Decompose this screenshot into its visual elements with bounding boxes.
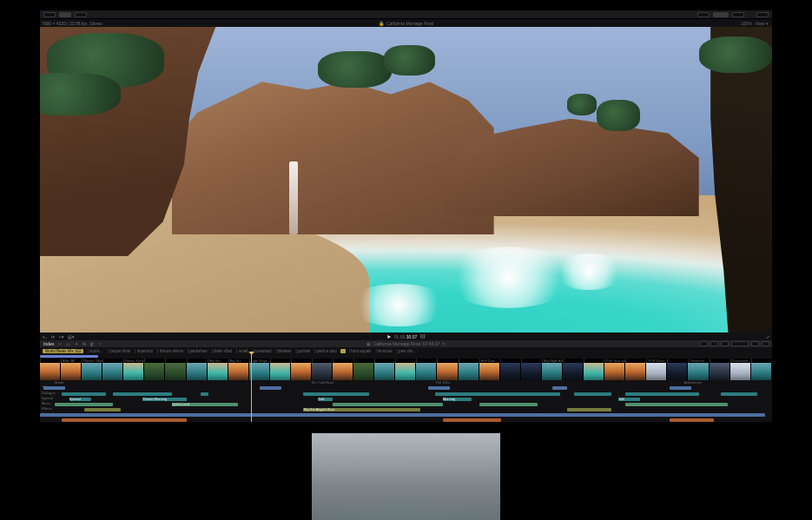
audio-clip[interactable]: Theme Morning bbox=[142, 398, 187, 401]
audio-clip[interactable] bbox=[574, 392, 611, 396]
audio-clip[interactable] bbox=[113, 392, 171, 396]
color-button[interactable]: ▤▾ bbox=[68, 334, 75, 339]
audio-clip[interactable] bbox=[260, 386, 281, 390]
video-clip-thumbnail[interactable] bbox=[228, 363, 249, 380]
video-clip-thumbnail[interactable] bbox=[730, 363, 751, 380]
audio-clip[interactable] bbox=[479, 403, 538, 406]
skimming-button[interactable] bbox=[700, 341, 708, 346]
video-clip-thumbnail[interactable] bbox=[61, 363, 82, 380]
video-clip-thumbnail[interactable] bbox=[437, 363, 458, 380]
role-lane[interactable]: Titles bbox=[40, 385, 772, 391]
video-clip-thumbnail[interactable] bbox=[688, 363, 709, 380]
audio-clip[interactable] bbox=[670, 386, 691, 390]
audio-clip[interactable] bbox=[62, 418, 186, 422]
audio-clip[interactable]: Talk bbox=[318, 398, 333, 401]
video-clip-thumbnail[interactable] bbox=[459, 363, 479, 380]
audio-clip[interactable] bbox=[333, 403, 442, 406]
loop-icon[interactable]: ↻ bbox=[442, 341, 446, 346]
video-clip-thumbnail[interactable] bbox=[710, 363, 730, 380]
audio-clip[interactable] bbox=[40, 413, 765, 417]
chrome-button-media[interactable] bbox=[59, 12, 71, 17]
audio-clip[interactable] bbox=[62, 392, 106, 396]
chrome-button-library[interactable] bbox=[43, 12, 56, 17]
audio-clip[interactable] bbox=[625, 403, 728, 406]
video-clip-thumbnail[interactable] bbox=[144, 363, 165, 380]
audio-clip[interactable] bbox=[435, 392, 559, 396]
video-clip-thumbnail[interactable] bbox=[625, 363, 646, 380]
snapping-button[interactable] bbox=[710, 341, 718, 346]
video-clip-thumbnail[interactable] bbox=[102, 363, 123, 380]
video-clip-thumbnail[interactable] bbox=[40, 363, 61, 380]
ruler-range-indicator[interactable] bbox=[40, 355, 98, 358]
video-clip-thumbnail[interactable] bbox=[604, 363, 625, 380]
video-clip-thumbnail[interactable] bbox=[187, 363, 208, 380]
chrome-button-extra[interactable] bbox=[756, 12, 769, 17]
audio-clip[interactable]: Quick Land bbox=[172, 403, 238, 406]
video-clip-thumbnail[interactable] bbox=[479, 363, 500, 380]
video-clip-thumbnail[interactable] bbox=[500, 363, 521, 380]
audio-clip[interactable] bbox=[428, 386, 450, 390]
audio-clip[interactable] bbox=[552, 386, 567, 390]
audio-clip[interactable] bbox=[303, 392, 369, 396]
video-clip-thumbnail[interactable] bbox=[667, 363, 688, 380]
primary-video-track[interactable] bbox=[40, 363, 772, 380]
transform-menu[interactable]: ⎋▾ bbox=[43, 334, 48, 339]
viewer-canvas[interactable] bbox=[40, 27, 772, 332]
video-clip-thumbnail[interactable] bbox=[270, 363, 291, 380]
video-clip-thumbnail[interactable] bbox=[646, 363, 667, 380]
playhead[interactable] bbox=[251, 354, 252, 422]
video-clip-thumbnail[interactable] bbox=[333, 363, 353, 380]
viewer-view-menu[interactable]: View ▾ bbox=[756, 21, 769, 26]
audio-clip[interactable] bbox=[625, 392, 698, 396]
effects-tool-icon[interactable]: ✦ bbox=[75, 341, 78, 346]
zoom-slider[interactable] bbox=[731, 341, 749, 346]
chrome-button-inspector[interactable] bbox=[732, 12, 744, 17]
video-clip-thumbnail[interactable] bbox=[416, 363, 437, 380]
solo-button[interactable] bbox=[721, 341, 729, 346]
video-clip-thumbnail[interactable] bbox=[563, 363, 584, 380]
audio-clip[interactable] bbox=[201, 392, 208, 396]
audio-meters-icon[interactable] bbox=[420, 334, 425, 339]
video-clip-thumbnail[interactable] bbox=[521, 363, 542, 380]
role-lane[interactable] bbox=[40, 418, 772, 423]
audio-clip[interactable]: Spread bbox=[69, 398, 91, 401]
video-clip-thumbnail[interactable] bbox=[542, 363, 563, 380]
chrome-button-tools[interactable] bbox=[713, 12, 729, 17]
index-button[interactable]: Index bbox=[43, 341, 54, 346]
viewer-zoom[interactable]: 100% bbox=[741, 21, 752, 26]
chrome-button-share[interactable] bbox=[697, 12, 710, 17]
video-clip-thumbnail[interactable] bbox=[82, 363, 102, 380]
blade-tool-icon[interactable]: ▭ bbox=[66, 341, 70, 346]
video-clip-thumbnail[interactable] bbox=[208, 363, 228, 380]
chrome-button-inspect[interactable] bbox=[75, 12, 87, 17]
fullscreen-icon[interactable]: ⤢ bbox=[766, 334, 772, 339]
audio-clip[interactable]: Morning bbox=[443, 398, 472, 401]
retime-button[interactable]: ⟳ bbox=[51, 334, 55, 339]
audio-clip[interactable] bbox=[43, 386, 65, 390]
audio-clip[interactable] bbox=[721, 392, 757, 396]
insert-tool-icon[interactable]: ⊞ bbox=[83, 341, 86, 346]
audio-clip[interactable] bbox=[443, 418, 501, 422]
play-icon[interactable] bbox=[387, 335, 391, 339]
role-chip[interactable] bbox=[340, 349, 346, 353]
append-tool-icon[interactable]: ◧ bbox=[90, 341, 95, 346]
role-chip[interactable]: World Beats Mix 102 bbox=[43, 349, 83, 353]
video-clip-thumbnail[interactable] bbox=[312, 363, 333, 380]
video-clip-thumbnail[interactable] bbox=[751, 363, 772, 380]
video-clip-thumbnail[interactable] bbox=[395, 363, 416, 380]
audio-clip[interactable] bbox=[567, 408, 611, 411]
video-clip-thumbnail[interactable] bbox=[123, 363, 144, 380]
audio-clip[interactable]: Sky the Angels Burn bbox=[303, 408, 420, 411]
timecode[interactable]: 01:00:30:07 bbox=[394, 334, 417, 339]
trim-tool-icon[interactable]: ✂ bbox=[58, 341, 62, 346]
arrow-tool-icon[interactable]: ▿ bbox=[99, 341, 102, 346]
audio-clip[interactable] bbox=[55, 403, 113, 406]
enhance-menu[interactable]: ⤶▾ bbox=[58, 334, 64, 339]
audio-role-lanes[interactable]: TitlesDialogueSpreadSpreadTheme MorningT… bbox=[40, 385, 772, 422]
settings-button[interactable] bbox=[762, 341, 769, 346]
video-clip-thumbnail[interactable] bbox=[249, 363, 270, 380]
video-clip-thumbnail[interactable] bbox=[165, 363, 186, 380]
video-clip-thumbnail[interactable] bbox=[291, 363, 312, 380]
audio-clip[interactable]: Talk bbox=[618, 398, 640, 401]
video-clip-thumbnail[interactable] bbox=[584, 363, 604, 380]
